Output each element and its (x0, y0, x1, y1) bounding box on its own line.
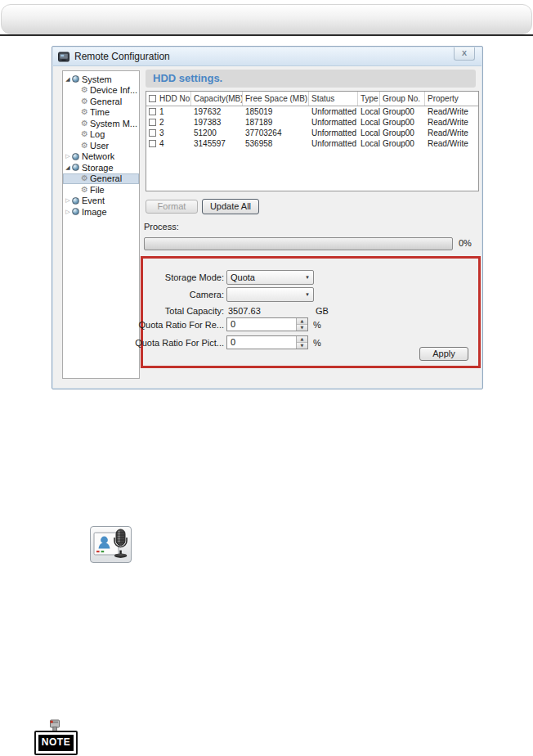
tree-item-file[interactable]: ⚙File (63, 184, 139, 196)
cell-group-no: Group00 (380, 117, 425, 128)
tree-item-system[interactable]: ◢System (63, 74, 139, 85)
total-capacity-label: Total Capacity: (134, 306, 224, 316)
cell-value: 51200 (194, 128, 217, 137)
tree-expanded-icon[interactable]: ◢ (65, 76, 71, 83)
tree-item-label: General (90, 173, 122, 183)
tree-item-log[interactable]: ⚙Log (63, 129, 139, 141)
column-header-property: Property (425, 92, 478, 106)
select-all-checkbox[interactable] (149, 95, 156, 102)
page-header-banner (1, 4, 532, 34)
cell-status: Unformatted (309, 117, 358, 128)
tree-item-event[interactable]: ▷Event (63, 196, 139, 207)
tree-item-time[interactable]: ⚙Time (63, 107, 139, 119)
cell-value: 37703264 (245, 128, 282, 137)
cell-value: Unformatted (311, 139, 356, 148)
camera-select[interactable]: ▾ (226, 287, 314, 302)
cell-value: Local (361, 118, 380, 127)
globe-icon (72, 208, 79, 215)
quota-record-input[interactable]: 0 ▲ ▼ (226, 317, 308, 331)
cell-hdd-no: 2 (146, 117, 191, 128)
cell-capacity-mb: 51200 (191, 128, 243, 138)
voice-talk-button[interactable] (90, 526, 132, 563)
gear-icon: ⚙ (81, 130, 88, 138)
voice-talk-icon (91, 527, 131, 562)
cell-value: 3 (159, 128, 164, 137)
cell-value: Group00 (383, 139, 414, 148)
quota-record-unit: % (313, 320, 321, 330)
close-button[interactable]: X (454, 47, 475, 61)
cell-value: Local (361, 128, 380, 137)
cell-type: Local (358, 106, 380, 117)
section-title: HDD settings. (153, 72, 222, 84)
row-checkbox[interactable] (149, 119, 156, 126)
tree-item-label: Network (82, 151, 114, 161)
tree-item-user[interactable]: ⚙User (63, 140, 139, 151)
spinner-up-icon[interactable]: ▲ (297, 318, 307, 325)
cell-value: Read/Write (428, 139, 468, 148)
cell-capacity-mb: 197632 (191, 106, 243, 117)
globe-icon (72, 75, 79, 83)
tree-item-network[interactable]: ▷Network (63, 151, 139, 163)
cell-value: 3145597 (194, 139, 226, 148)
cell-free-space-mb: 536958 (243, 138, 309, 149)
storage-mode-select[interactable]: Quota ▾ (226, 270, 314, 285)
row-checkbox[interactable] (149, 129, 156, 137)
tree-item-general[interactable]: ⚙General (63, 96, 139, 107)
spinner-up-icon[interactable]: ▲ (297, 336, 307, 343)
hdd-row-3[interactable]: 35120037703264UnformattedLocalGroup00Rea… (146, 128, 478, 138)
tree-item-label: System (82, 74, 112, 84)
apply-button[interactable]: Apply (419, 347, 468, 361)
cell-property: Read/Write (425, 106, 478, 117)
hdd-row-2[interactable]: 2197383187189UnformattedLocalGroup00Read… (146, 117, 478, 128)
update-all-button[interactable]: Update All (202, 199, 259, 214)
hdd-table-header: HDD No.Capacity(MB)Free Space (MB)Status… (146, 92, 478, 106)
cell-value: Read/Write (428, 128, 468, 137)
cell-type: Local (358, 117, 380, 128)
tree-item-label: User (90, 141, 109, 151)
gear-icon: ⚙ (81, 97, 88, 106)
column-header-hdd-no: HDD No. (146, 92, 191, 106)
tree-collapsed-icon[interactable]: ▷ (65, 153, 71, 160)
quota-record-spinner: ▲ ▼ (296, 318, 307, 331)
cell-type: Local (358, 138, 380, 149)
tree-item-image[interactable]: ▷Image (63, 206, 139, 218)
format-button[interactable]: Format (146, 200, 198, 214)
spinner-down-icon[interactable]: ▼ (297, 325, 307, 331)
tree-expanded-icon[interactable]: ◢ (65, 164, 71, 171)
cell-value: 536958 (245, 139, 272, 148)
tree-collapsed-icon[interactable]: ▷ (65, 209, 71, 215)
cell-value: Group00 (383, 118, 414, 127)
gear-icon: ⚙ (81, 186, 88, 194)
quota-picture-input[interactable]: 0 ▲ ▼ (226, 335, 308, 349)
column-header-label: Property (428, 94, 459, 103)
tree-item-label: Time (90, 107, 110, 117)
cell-value: 197632 (194, 107, 221, 116)
tree-item-system-m[interactable]: ⚙System M... (63, 118, 139, 129)
tree-item-storage[interactable]: ◢Storage (63, 162, 139, 173)
remote-configuration-window: Remote Configuration X ◢System⚙Device In… (52, 46, 483, 389)
note-icon: NOTE (34, 719, 78, 756)
tree-collapsed-icon[interactable]: ▷ (65, 197, 71, 204)
quota-record-value: 0 (227, 318, 296, 331)
cell-value: Group00 (383, 107, 414, 116)
hdd-row-4[interactable]: 43145597536958UnformattedLocalGroup00Rea… (146, 138, 478, 149)
globe-icon (72, 153, 79, 160)
cell-status: Unformatted (309, 138, 358, 149)
column-header-type: Type (358, 92, 380, 106)
hdd-row-1[interactable]: 1197632185019UnformattedLocalGroup00Read… (146, 106, 478, 117)
cell-type: Local (358, 128, 380, 138)
column-header-free-space-mb: Free Space (MB) (243, 92, 309, 106)
quota-record-label: Quota Ratio For Re... (134, 320, 224, 330)
chevron-down-icon: ▾ (302, 291, 313, 298)
gear-icon: ⚙ (81, 142, 88, 150)
note-pad: NOTE (34, 731, 78, 755)
cell-group-no: Group00 (380, 128, 425, 138)
row-checkbox[interactable] (149, 140, 156, 147)
tree-item-device-inf[interactable]: ⚙Device Inf... (63, 85, 139, 97)
spinner-down-icon[interactable]: ▼ (297, 343, 307, 349)
tree-item-label: Log (90, 129, 105, 139)
tree-item-label: File (90, 185, 105, 195)
cell-free-space-mb: 187189 (243, 117, 309, 128)
row-checkbox[interactable] (149, 108, 156, 115)
tree-item-general[interactable]: ⚙General (63, 173, 139, 185)
